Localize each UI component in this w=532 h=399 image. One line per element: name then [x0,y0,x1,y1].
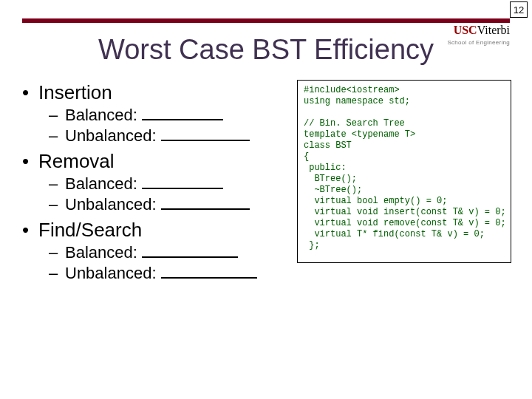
sub-unbalanced-2: Unbalanced: [49,195,303,214]
sub-balanced-1: Balanced: [49,106,303,125]
sub-unbalanced-3: Unbalanced: [49,264,303,283]
blank [161,126,250,141]
bullet-insertion: Insertion [22,81,303,104]
blank [142,106,223,120]
bullet-find: Find/Search [22,219,303,242]
code-block: #include<iostream> using namespace std; … [297,80,511,263]
blank [142,243,238,258]
page-number-box: 12 [510,1,528,18]
blank [142,174,223,189]
sub-balanced-3: Balanced: [49,243,303,262]
label-unbalanced: Unbalanced: [65,195,157,214]
sub-unbalanced-1: Unbalanced: [49,126,303,146]
bullet-content: Insertion Balanced: Unbalanced: Removal … [22,77,303,284]
slide-title: Worst Case BST Efficiency [0,34,532,66]
blank [161,195,250,210]
header-rule [22,18,510,23]
sub-balanced-2: Balanced: [49,174,303,194]
page-number: 12 [514,4,524,16]
bullet-removal: Removal [22,150,303,173]
label-balanced: Balanced: [65,106,137,124]
label-balanced: Balanced: [65,243,137,262]
blank [161,264,257,279]
label-unbalanced: Unbalanced: [65,126,157,145]
label-balanced: Balanced: [65,174,137,193]
label-unbalanced: Unbalanced: [65,264,157,282]
